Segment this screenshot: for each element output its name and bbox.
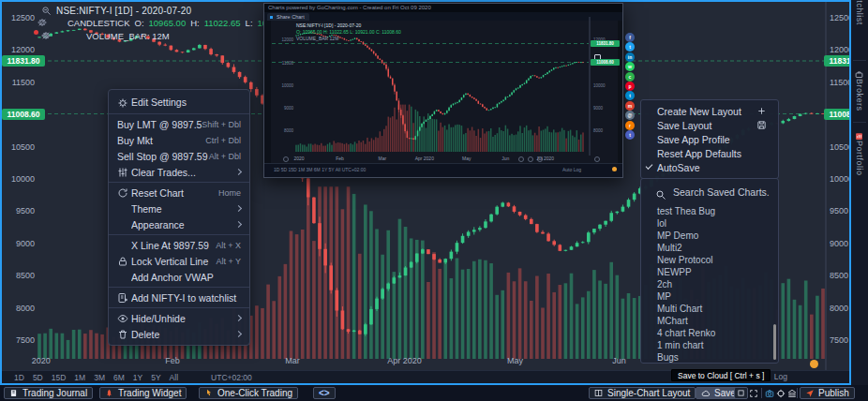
x-axis-label[interactable]: May xyxy=(494,356,535,365)
saved-chart-item[interactable]: Multi Chart xyxy=(641,303,778,315)
one-click-trading-button[interactable]: One-Click Trading xyxy=(199,387,298,399)
timeframe-button[interactable]: 5Y xyxy=(151,373,160,382)
price-tick-right[interactable]: 8000 xyxy=(830,304,848,313)
linkedin-share-button[interactable]: in xyxy=(625,52,635,62)
price-tick-left[interactable]: 9000 xyxy=(4,239,35,248)
price-tick-left[interactable]: 10500 xyxy=(4,142,35,152)
mini-x-axis-label: Mar xyxy=(371,156,394,161)
price-tick-left[interactable]: 9500 xyxy=(4,206,35,215)
saved-chart-item[interactable]: MP Demo xyxy=(641,230,778,242)
saved-chart-item[interactable]: Multi2 xyxy=(641,242,778,254)
timeframe-button[interactable]: 1M xyxy=(74,373,85,382)
wechat-share-button[interactable]: c xyxy=(625,72,635,82)
saved-chart-item[interactable]: lol xyxy=(641,217,778,230)
menu-item-sell-stop[interactable]: Sell Stop @ 9897.59 Alt + Dbl xyxy=(109,148,249,164)
timeframe-button[interactable]: 1D xyxy=(14,373,24,382)
timeframe-button[interactable]: 1Y xyxy=(133,373,142,382)
menu-item-buy-lmt[interactable]: Buy LMT @ 9897.59 Shift + Dbl xyxy=(109,116,249,132)
price-tick-left[interactable]: 11500 xyxy=(4,78,35,87)
publish-button[interactable]: Publish xyxy=(800,387,855,399)
pinterest-share-button[interactable]: p xyxy=(625,82,635,91)
saved-chart-item[interactable]: NEWPP xyxy=(641,266,778,278)
timeframe-button[interactable]: 5D xyxy=(33,373,43,382)
utc-offset[interactable]: UTC+02:00 xyxy=(211,373,252,382)
menu-item-save-app-profile[interactable]: Save App Profile xyxy=(641,132,778,146)
price-tick-right[interactable]: 12500 xyxy=(830,13,851,22)
price-tick-right[interactable]: 8500 xyxy=(830,271,848,280)
price-tick-right[interactable]: 10500 xyxy=(830,142,851,152)
tumblr-share-button[interactable]: t xyxy=(625,130,635,140)
price-tick-right[interactable]: 10000 xyxy=(830,174,851,184)
tab-watchlist[interactable]: Watchlist xyxy=(851,0,868,25)
menu-item-edit-settings[interactable]: Edit Settings xyxy=(109,93,249,111)
twitter-share-button[interactable]: t xyxy=(625,42,635,52)
price-tick-left[interactable]: 12500 xyxy=(4,13,35,22)
telegram-share-button[interactable]: t xyxy=(625,91,635,100)
price-tick-right[interactable]: 9500 xyxy=(830,206,848,215)
tab-brokers[interactable]: Brokers xyxy=(851,66,868,111)
log-scale-toggle[interactable]: Log xyxy=(774,372,787,381)
price-tick-right[interactable]: 7500 xyxy=(830,335,848,345)
menu-item-delete[interactable]: Delete xyxy=(109,326,249,342)
gear-icon[interactable] xyxy=(52,18,63,28)
price-tick-right[interactable]: 9000 xyxy=(830,239,848,248)
saved-chart-item[interactable]: 4 chart Renko xyxy=(641,327,778,339)
x-axis-label[interactable]: Jun xyxy=(599,356,640,365)
timeframe-button[interactable]: 15D xyxy=(52,373,67,382)
gmail-share-button[interactable]: m xyxy=(625,101,635,111)
menu-item-add-anchor-vwap[interactable]: Add Anchor VWAP xyxy=(109,269,249,285)
menu-item-buy-mkt[interactable]: Buy Mkt Ctrl + Dbl xyxy=(109,132,249,148)
fullscreen-button[interactable] xyxy=(746,387,761,399)
price-tick-left[interactable]: 12000 xyxy=(4,45,35,54)
timeframe-button[interactable]: 3M xyxy=(94,373,105,382)
price-tick-right[interactable]: 12000 xyxy=(830,45,851,54)
scrollbar-thumb[interactable] xyxy=(773,324,776,360)
menu-item-save-layout[interactable]: Save Layout xyxy=(641,118,778,132)
timeframe-button[interactable]: 6M xyxy=(113,373,125,382)
menu-item-reset-app-defaults[interactable]: Reset App Defaults xyxy=(641,146,778,160)
facebook-share-button[interactable]: f xyxy=(625,33,635,42)
saved-chart-item[interactable]: MChart xyxy=(641,315,778,327)
reddit-share-button[interactable]: r xyxy=(625,121,635,130)
menu-item-theme[interactable]: Theme xyxy=(109,200,249,216)
menu-item-appearance[interactable]: Appearance xyxy=(109,216,249,232)
price-tick-left[interactable]: 10000 xyxy=(4,174,35,184)
gear-icon[interactable] xyxy=(56,31,67,41)
x-axis-label[interactable]: Feb xyxy=(152,356,193,365)
trading-journal-button[interactable]: Trading Journal xyxy=(4,387,93,399)
menu-item-clear-trades[interactable]: Clear Trades... xyxy=(109,164,249,180)
menu-item-lock-vertical-line[interactable]: Lock Vertical Line Alt + Y xyxy=(109,253,249,269)
saved-chart-item[interactable]: 2ch xyxy=(641,278,778,290)
saved-chart-item[interactable]: MP xyxy=(641,290,778,303)
saved-chart-item[interactable]: New Protocol xyxy=(641,254,778,266)
email-share-button[interactable]: @ xyxy=(625,111,635,120)
x-axis-label[interactable]: Mar xyxy=(272,356,313,365)
whatsapp-share-button[interactable]: w xyxy=(625,62,635,71)
trading-widget-button[interactable]: Trading Widget xyxy=(99,387,187,399)
price-tick-left[interactable]: 8000 xyxy=(4,304,35,313)
watchlist-tab-label: Watchlist xyxy=(855,0,864,25)
single-chart-layout-button[interactable]: Single-Chart Layout xyxy=(589,387,696,399)
magnifier-icon[interactable] xyxy=(41,6,52,16)
menu-item-hide-unhide[interactable]: Hide/Unhide xyxy=(109,310,249,326)
saved-charts-search[interactable]: Search Saved Charts. xyxy=(641,179,778,203)
code-snippet-button[interactable]: <> xyxy=(313,387,336,399)
tab-portfolio[interactable]: Portfolio xyxy=(851,127,868,176)
timeframe-button[interactable]: All xyxy=(170,373,178,382)
saved-chart-item[interactable]: Bugs xyxy=(641,351,778,364)
lock-icon xyxy=(117,256,131,266)
saved-chart-item[interactable]: test Thea Bug xyxy=(641,205,778,217)
x-axis-label[interactable]: 2020 xyxy=(21,356,62,365)
price-tick-left[interactable]: 8500 xyxy=(4,271,35,280)
menu-item-reset-chart[interactable]: Reset Chart Home xyxy=(109,185,249,200)
price-tick-right[interactable]: 11500 xyxy=(830,78,851,87)
price-tick-left[interactable]: 7500 xyxy=(4,335,35,345)
x-axis-label[interactable]: Apr 2020 xyxy=(384,356,426,365)
notification-dot[interactable] xyxy=(810,360,818,368)
menu-item-x-line[interactable]: X Line At 9897.59 Alt + X xyxy=(109,237,249,253)
saved-chart-item[interactable]: 1 min chart xyxy=(641,339,778,351)
menu-item-add-to-watchlist[interactable]: Add NIFTY-I to watchlist xyxy=(109,290,249,305)
study-name: CANDLESTICK xyxy=(67,18,130,28)
menu-item-autosave[interactable]: AutoSave xyxy=(641,160,778,174)
menu-item-create-new-layout[interactable]: Create New Layout xyxy=(641,104,778,118)
